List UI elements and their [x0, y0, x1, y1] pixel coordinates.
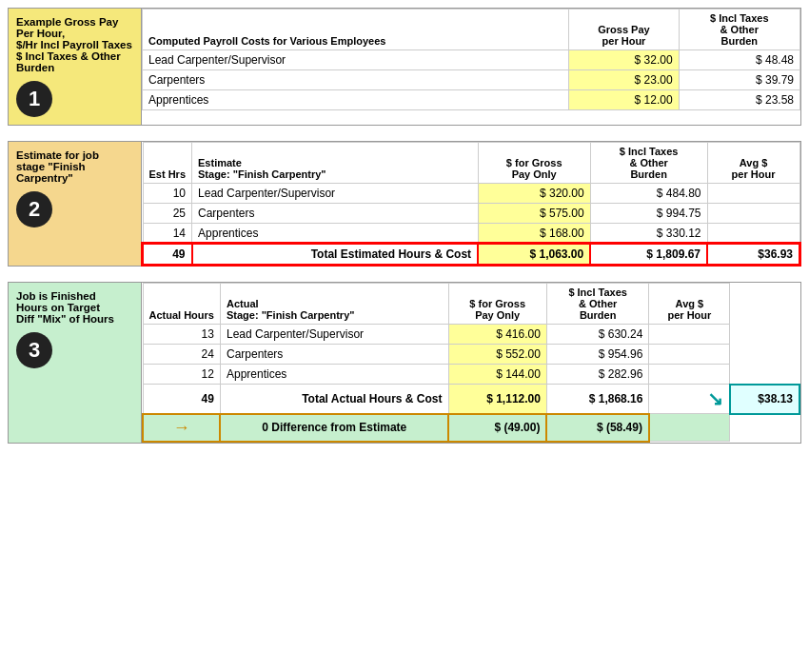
section1-label: Example Gross Pay Per Hour, $/Hr Incl Pa… [9, 9, 142, 125]
section3-label-line3: Diff "Mix" of Hours [16, 313, 114, 325]
employee-name: Carpenters [143, 70, 569, 90]
avg [707, 224, 799, 245]
table-row: 12 Apprentices $ 144.00 $ 282.96 [143, 365, 799, 385]
burden: $ 282.96 [546, 365, 649, 385]
actual-hrs: 13 [143, 325, 220, 345]
gross-pay: $ 32.00 [569, 50, 679, 70]
section2: Estimate for job stage "Finish Carpentry… [8, 141, 801, 267]
diff-row: → 0 Difference from Estimate $ (49.00) $… [143, 414, 799, 442]
section2-content: Est Hrs Estimate Stage: "Finish Carpentr… [142, 142, 800, 266]
table-row: Carpenters $ 23.00 $ 39.79 [143, 70, 800, 90]
burden: $ 994.75 [590, 204, 707, 224]
table-row: 24 Carpenters $ 552.00 $ 954.96 [143, 345, 799, 365]
employee-name: Carpenters [192, 204, 479, 224]
s2-col-hrs-header: Est Hrs [143, 143, 192, 184]
total-name: Total Actual Hours & Cost [220, 385, 448, 414]
table-row: 14 Apprentices $ 168.00 $ 330.12 [143, 224, 799, 245]
s2-col-gross-header: $ for Gross Pay Only [478, 143, 590, 184]
section3-label-line2: Hours on Target [16, 302, 100, 313]
diff-name: 0 Difference from Estimate [220, 414, 448, 442]
s2-col-stage-header: Estimate Stage: "Finish Carpentry" [192, 143, 479, 184]
s3-col-avg-header: Avg $ per Hour [649, 284, 730, 325]
total-row: 49 Total Actual Hours & Cost $ 1,112.00 … [143, 385, 799, 414]
diff-empty [649, 414, 730, 442]
total-burden: $ 1,868.16 [546, 385, 649, 414]
employee-name: Lead Carpenter/Supervisor [192, 184, 479, 204]
gross-pay: $ 23.00 [569, 70, 679, 90]
est-hrs: 14 [143, 224, 192, 245]
table-row: Lead Carpenter/Supervisor $ 32.00 $ 48.4… [143, 50, 800, 70]
diff-gross: $ (49.00) [448, 414, 546, 442]
table-row: 13 Lead Carpenter/Supervisor $ 416.00 $ … [143, 325, 799, 345]
table-row: 25 Carpenters $ 575.00 $ 994.75 [143, 204, 799, 224]
burden: $ 39.79 [679, 70, 799, 90]
section3-table: Actual Hours Actual Stage: "Finish Carpe… [142, 283, 800, 443]
section2-label: Estimate for job stage "Finish Carpentry… [9, 142, 142, 266]
s3-col-stage-header: Actual Stage: "Finish Carpentry" [220, 284, 448, 325]
employee-name: Lead Carpenter/Supervisor [220, 325, 448, 345]
section1-label-line3: $ Incl Taxes & Other Burden [16, 50, 133, 73]
burden: $ 330.12 [590, 224, 707, 245]
diff-arrow: → [143, 414, 220, 442]
avg [649, 345, 730, 365]
section1-label-line2: $/Hr Incl Payroll Taxes [16, 39, 132, 50]
gross-pay: $ 144.00 [448, 365, 546, 385]
employee-name: Apprentices [192, 224, 479, 245]
table-row: Apprentices $ 12.00 $ 23.58 [143, 90, 800, 110]
burden: $ 954.96 [546, 345, 649, 365]
diff-burden: $ (58.49) [546, 414, 649, 442]
total-gross: $ 1,063.00 [478, 244, 590, 265]
burden: $ 484.80 [590, 184, 707, 204]
actual-hrs: 24 [143, 345, 220, 365]
table-row: 10 Lead Carpenter/Supervisor $ 320.00 $ … [143, 184, 799, 204]
total-avg: $38.13 [730, 385, 799, 414]
section2-label-line3: Carpentry" [16, 172, 73, 184]
section1-table: Computed Payroll Costs for Various Emplo… [142, 9, 800, 110]
total-name: Total Estimated Hours & Cost [192, 244, 479, 265]
section3: Job is Finished Hours on Target Diff "Mi… [8, 282, 801, 444]
burden: $ 48.48 [679, 50, 799, 70]
total-burden: $ 1,809.67 [590, 244, 707, 265]
total-hrs: 49 [143, 244, 192, 265]
section3-label: Job is Finished Hours on Target Diff "Mi… [9, 283, 142, 443]
est-hrs: 25 [143, 204, 192, 224]
s1-col2-header: Gross Pay per Hour [569, 10, 679, 50]
section3-label-line1: Job is Finished [16, 290, 96, 302]
s3-col-gross-header: $ for Gross Pay Only [448, 284, 546, 325]
badge1: 1 [16, 81, 52, 117]
section1-content: Computed Payroll Costs for Various Emplo… [142, 9, 800, 125]
burden: $ 23.58 [679, 90, 799, 110]
s2-col-burden-header: $ Incl Taxes & Other Burden [590, 143, 707, 184]
actual-hrs: 12 [143, 365, 220, 385]
total-avg: $36.93 [707, 244, 799, 265]
employee-name: Lead Carpenter/Supervisor [143, 50, 569, 70]
teal-arrow-cell: ↘ [649, 385, 730, 414]
section2-label-line1: Estimate for job [16, 149, 99, 161]
avg [649, 365, 730, 385]
gross-pay: $ 575.00 [478, 204, 590, 224]
section3-content: Actual Hours Actual Stage: "Finish Carpe… [142, 283, 800, 443]
employee-name: Apprentices [143, 90, 569, 110]
gross-pay: $ 552.00 [448, 345, 546, 365]
total-hrs: 49 [143, 385, 220, 414]
section2-label-line2: stage "Finish [16, 161, 86, 172]
badge3: 3 [16, 332, 52, 368]
gross-pay: $ 168.00 [478, 224, 590, 245]
avg [707, 184, 799, 204]
s3-col-hrs-header: Actual Hours [143, 284, 220, 325]
section1: Example Gross Pay Per Hour, $/Hr Incl Pa… [8, 8, 801, 126]
total-gross: $ 1,112.00 [448, 385, 546, 414]
gross-pay: $ 416.00 [448, 325, 546, 345]
employee-name: Apprentices [220, 365, 448, 385]
total-row: 49 Total Estimated Hours & Cost $ 1,063.… [143, 244, 799, 265]
employee-name: Carpenters [220, 345, 448, 365]
s2-col-avg-header: Avg $ per Hour [707, 143, 799, 184]
avg [707, 204, 799, 224]
gross-pay: $ 12.00 [569, 90, 679, 110]
section1-label-line1: Example Gross Pay Per Hour, [16, 16, 133, 39]
burden: $ 630.24 [546, 325, 649, 345]
s1-col1-header: Computed Payroll Costs for Various Emplo… [143, 10, 569, 50]
avg [649, 325, 730, 345]
gross-pay: $ 320.00 [478, 184, 590, 204]
badge2: 2 [16, 191, 52, 227]
